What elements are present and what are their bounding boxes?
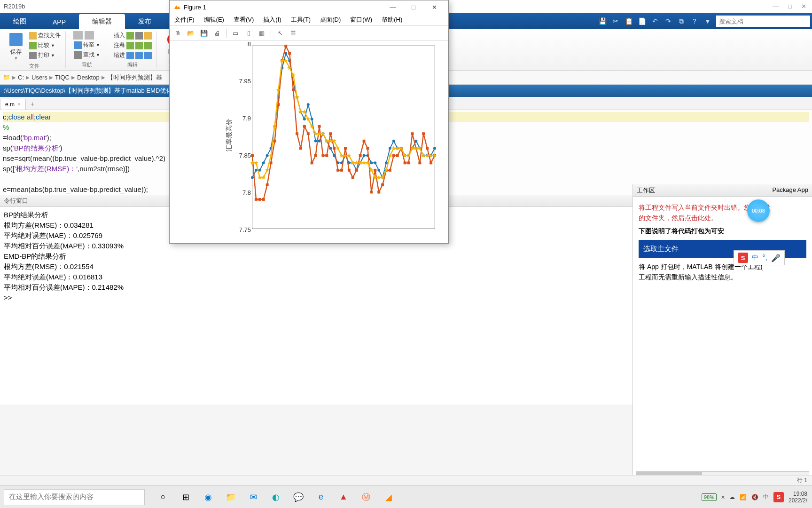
svg-rect-55 xyxy=(270,161,273,164)
add-tab-button[interactable]: + xyxy=(26,98,39,110)
section-icon xyxy=(144,32,152,40)
figure-minimize-button[interactable]: — xyxy=(383,0,403,14)
edit-plot-icon[interactable]: ▭ xyxy=(230,28,241,39)
menu-window[interactable]: 窗口(W) xyxy=(345,14,377,25)
dropdown-icon[interactable]: ▼ xyxy=(703,16,712,26)
close-tab-icon[interactable]: × xyxy=(17,101,21,108)
ime-tray-icon[interactable]: 中 xyxy=(763,493,769,501)
tab-publish[interactable]: 发布 xyxy=(125,14,164,29)
print-figure-icon[interactable]: 🖨 xyxy=(212,28,222,39)
taskbar-search-input[interactable]: 在这里输入你要搜索的内容 xyxy=(4,489,145,505)
search-docs-input[interactable] xyxy=(716,16,810,27)
compare-button[interactable]: 比较 ▼ xyxy=(28,41,62,50)
svg-rect-65 xyxy=(307,132,310,135)
tab-app[interactable]: APP xyxy=(39,15,79,29)
volume-icon[interactable]: 🔇 xyxy=(751,494,758,500)
insert-colorbar-icon[interactable]: ▥ xyxy=(257,28,267,39)
help-icon[interactable]: ? xyxy=(690,16,699,26)
path-seg[interactable]: TIQC xyxy=(55,74,70,81)
cortana-icon[interactable]: ⊞ xyxy=(179,490,193,504)
comment-button[interactable]: 注释 xyxy=(113,41,153,50)
redo-icon[interactable]: ↷ xyxy=(664,16,673,26)
tab-workspace[interactable]: 工作区 xyxy=(637,186,655,194)
task-view-icon[interactable]: ○ xyxy=(156,490,170,504)
plot-area xyxy=(252,46,435,229)
path-seg[interactable]: 【时间序列预测】基 xyxy=(107,73,162,82)
new-figure-icon[interactable]: 🗎 xyxy=(172,28,183,39)
switch-windows-icon[interactable]: ⧉ xyxy=(677,16,686,26)
ime-sogou-icon[interactable]: S xyxy=(738,253,748,263)
legend-icon[interactable]: ☰ xyxy=(288,28,298,39)
sogou-tray-icon[interactable]: S xyxy=(773,492,784,502)
close-icon[interactable]: ✕ xyxy=(801,3,806,10)
maximize-icon[interactable]: □ xyxy=(788,3,792,10)
menu-help[interactable]: 帮助(H) xyxy=(377,14,407,25)
pointer-icon[interactable]: ↖ xyxy=(275,28,285,39)
save-icon[interactable]: 💾 xyxy=(598,16,607,26)
svg-point-44 xyxy=(414,140,417,143)
figure-window[interactable]: Figure 1 — □ ✕ 文件(F) 编辑(E) 查看(V) 插入(I) 工… xyxy=(169,0,449,244)
svg-rect-50 xyxy=(251,154,254,157)
back-icon[interactable] xyxy=(73,31,83,40)
cut-icon[interactable]: ✂ xyxy=(611,16,620,26)
save-figure-icon[interactable]: 💾 xyxy=(199,28,209,39)
menu-edit[interactable]: 编辑(E) xyxy=(199,14,229,25)
tab-package-app[interactable]: Package App xyxy=(772,186,808,194)
tab-plot[interactable]: 绘图 xyxy=(0,14,39,29)
save-button[interactable]: 保存 ▼ xyxy=(7,31,25,63)
paste-icon[interactable]: 📄 xyxy=(637,16,647,26)
wechat-icon[interactable]: 💬 xyxy=(291,490,305,504)
matlab-task-icon[interactable]: ◢ xyxy=(382,490,396,504)
menu-tools[interactable]: 工具(T) xyxy=(286,14,316,25)
ime-voice-icon[interactable]: 🎤 xyxy=(771,254,781,262)
battery-indicator[interactable]: 98% xyxy=(702,493,717,501)
explorer-icon[interactable]: 📁 xyxy=(224,490,238,504)
menu-desktop[interactable]: 桌面(D) xyxy=(315,14,345,25)
path-seg-drive[interactable]: C: xyxy=(18,74,24,81)
app-icon-red[interactable]: ▲ xyxy=(336,490,351,504)
print-button[interactable]: 打印 ▼ xyxy=(28,51,62,60)
menu-file[interactable]: 文件(F) xyxy=(170,14,199,25)
app-icon-m[interactable]: Ⓜ xyxy=(359,490,373,504)
svg-rect-91 xyxy=(404,161,406,164)
menu-insert[interactable]: 插入(I) xyxy=(258,14,286,25)
path-seg[interactable]: Desktop xyxy=(77,74,100,81)
path-seg[interactable]: Users xyxy=(31,74,47,81)
mail-icon[interactable]: ✉ xyxy=(246,490,260,504)
forward-icon[interactable] xyxy=(85,31,94,40)
tray-up-icon[interactable]: ʌ xyxy=(721,494,725,500)
goto-button[interactable]: 转至 ▼ xyxy=(73,40,101,49)
app-icon-blue[interactable]: ◐ xyxy=(269,490,283,504)
recording-timer-badge[interactable]: 00:08 xyxy=(747,199,770,222)
figure-close-button[interactable]: ✕ xyxy=(424,0,445,14)
ie-icon[interactable]: e xyxy=(314,490,328,504)
ime-punct-icon[interactable]: °, xyxy=(762,254,767,262)
findfiles-button[interactable]: 查找文件 xyxy=(28,31,62,40)
wifi-icon[interactable]: 📶 xyxy=(740,494,747,500)
copy-icon[interactable]: 📋 xyxy=(624,16,633,26)
svg-marker-124 xyxy=(339,153,344,158)
figure-axes[interactable]: 汇率最高价 8 7.95 7.9 7.85 7.8 7.75 xyxy=(170,41,448,243)
svg-marker-123 xyxy=(336,146,340,150)
svg-rect-62 xyxy=(296,132,298,135)
file-tab-active[interactable]: e.m × xyxy=(0,99,26,110)
insert-button[interactable]: 插入 xyxy=(113,31,153,40)
folder-icon: 📁 xyxy=(3,74,10,81)
ime-lang-toggle[interactable]: 中 xyxy=(752,254,758,262)
tab-editor[interactable]: 编辑器 xyxy=(79,14,125,29)
edge-icon[interactable]: ◉ xyxy=(201,490,215,504)
figure-maximize-button[interactable]: □ xyxy=(403,0,424,14)
menu-view[interactable]: 查看(V) xyxy=(229,14,258,25)
undo-icon[interactable]: ↶ xyxy=(650,16,660,26)
open-icon[interactable]: 📂 xyxy=(186,28,196,39)
minimize-icon[interactable]: — xyxy=(773,3,779,10)
figure-titlebar[interactable]: Figure 1 — □ ✕ xyxy=(170,0,448,14)
link-icon[interactable]: ▯ xyxy=(243,28,254,39)
clock[interactable]: 19:08 2022/2/ xyxy=(789,491,807,504)
file-tab-name: e.m xyxy=(5,101,15,108)
find-button[interactable]: 查找 ▼ xyxy=(73,50,101,59)
ime-float-toolbar[interactable]: S 中 °, 🎤 xyxy=(734,250,785,265)
comment-icon xyxy=(126,42,134,49)
indent-button[interactable]: 缩进 xyxy=(113,51,153,60)
onedrive-icon[interactable]: ☁ xyxy=(729,494,735,500)
